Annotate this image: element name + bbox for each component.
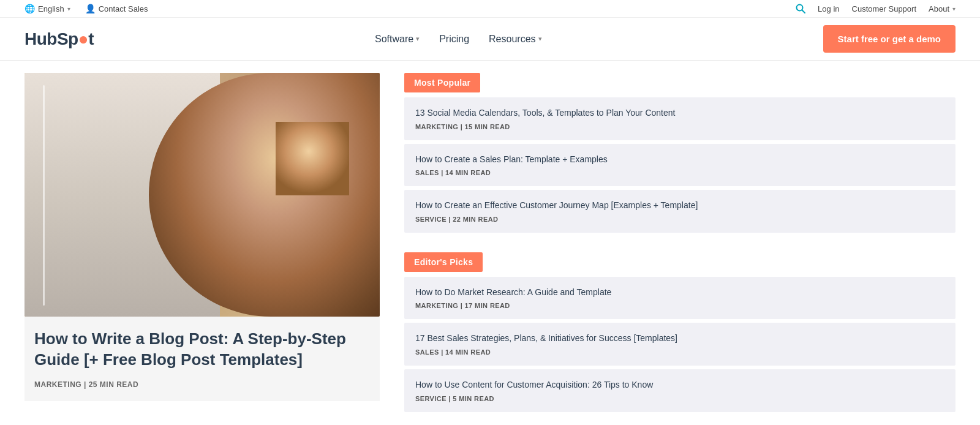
picks-article-3-meta: SERVICE | 5 MIN READ [415,395,944,402]
sidebar: Most Popular 13 Social Media Calendars, … [380,73,956,425]
popular-article-2-title: How to Create a Sales Plan: Template + E… [415,154,944,166]
picks-article-1-title: How to Do Market Research: A Guide and T… [415,287,944,299]
popular-article-1-title: 13 Social Media Calendars, Tools, & Temp… [415,107,944,119]
search-icon[interactable] [796,4,805,13]
logo-dot: ● [78,29,88,48]
top-bar-left: 🌐 English ▾ 👤 Contact Sales [24,4,148,13]
pricing-label: Pricing [439,34,469,45]
language-selector[interactable]: 🌐 English ▾ [24,4,70,13]
resources-nav-item[interactable]: Resources ▾ [489,34,541,45]
article-meta: MARKETING | 25 MIN READ [34,380,370,389]
most-popular-section: Most Popular 13 Social Media Calendars, … [404,73,956,233]
globe-icon: 🌐 [24,4,35,13]
popular-article-3[interactable]: How to Create an Effective Customer Jour… [404,190,956,233]
top-bar-right: Log in Customer Support About ▾ [796,4,956,13]
article-content: How to Write a Blog Post: A Step-by-Step… [24,317,380,401]
nav-links: Software ▾ Pricing Resources ▾ [375,34,542,45]
software-chevron: ▾ [416,35,420,43]
about-label: About [929,4,949,13]
main-nav: HubSp●t Software ▾ Pricing Resources ▾ S… [0,18,980,61]
popular-article-3-title: How to Create an Effective Customer Jour… [415,200,944,212]
image-hair [276,122,349,195]
svg-line-1 [802,10,805,13]
picks-article-2-meta: SALES | 14 MIN READ [415,348,944,356]
popular-article-2-meta: SALES | 14 MIN READ [415,169,944,176]
login-link[interactable]: Log in [818,4,839,13]
logo-ot: t [88,29,94,48]
hubspot-logo[interactable]: HubSp●t [24,29,94,49]
picks-article-2[interactable]: 17 Best Sales Strategies, Plans, & Initi… [404,323,956,366]
picks-article-1[interactable]: How to Do Market Research: A Guide and T… [404,277,956,320]
top-bar: 🌐 English ▾ 👤 Contact Sales Log in Custo… [0,0,980,18]
language-label: English [38,4,64,13]
picks-article-3-title: How to Use Content for Customer Acquisit… [415,379,944,391]
picks-article-2-title: 17 Best Sales Strategies, Plans, & Initi… [415,333,944,345]
picks-article-1-meta: MARKETING | 17 MIN READ [415,302,944,309]
editors-picks-section: Editor's Picks How to Do Market Research… [404,252,956,412]
image-light-stripe [43,85,45,306]
software-label: Software [375,34,413,45]
resources-label: Resources [489,34,535,45]
pricing-nav-item[interactable]: Pricing [439,34,469,45]
popular-article-1[interactable]: 13 Social Media Calendars, Tools, & Temp… [404,97,956,140]
contact-sales-label: Contact Sales [99,4,148,13]
popular-article-2[interactable]: How to Create a Sales Plan: Template + E… [404,144,956,187]
content-area: How to Write a Blog Post: A Step-by-Step… [0,61,980,425]
person-icon: 👤 [85,4,96,13]
start-free-button[interactable]: Start free or get a demo [823,25,956,53]
language-chevron: ▾ [67,6,70,12]
article-title[interactable]: How to Write a Blog Post: A Step-by-Step… [34,329,370,370]
article-hero-image [24,73,380,317]
picks-article-3[interactable]: How to Use Content for Customer Acquisit… [404,369,956,412]
logo-hub: HubSp [24,29,78,48]
logo-text: HubSp●t [24,29,94,49]
resources-chevron: ▾ [538,35,542,43]
customer-support-link[interactable]: Customer Support [852,4,917,13]
editors-picks-header: Editor's Picks [404,252,483,272]
contact-sales-link[interactable]: 👤 Contact Sales [85,4,148,13]
software-nav-item[interactable]: Software ▾ [375,34,420,45]
about-chevron: ▾ [952,6,956,12]
most-popular-header: Most Popular [404,73,480,92]
main-article: How to Write a Blog Post: A Step-by-Step… [24,73,380,425]
about-menu[interactable]: About ▾ [929,4,956,13]
popular-article-3-meta: SERVICE | 22 MIN READ [415,216,944,223]
popular-article-1-meta: MARKETING | 15 MIN READ [415,123,944,130]
